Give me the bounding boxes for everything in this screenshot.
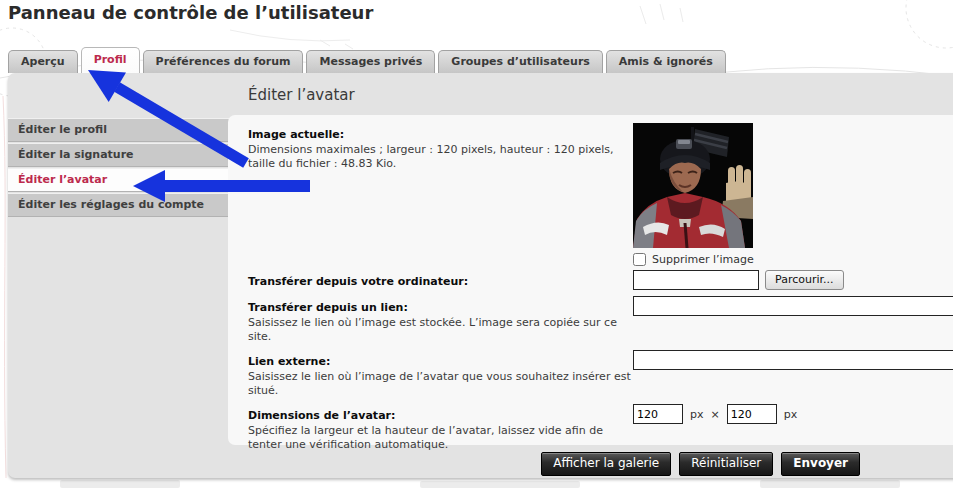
edit-avatar-form: Image actuelle: Dimensions maximales ; l… (228, 115, 953, 445)
dimensions-inputs: px × px (633, 404, 953, 424)
tab-preferences-forum[interactable]: Préférences du forum (143, 50, 304, 73)
panel-title: Éditer l’avatar (248, 86, 355, 104)
current-image-row: Image actuelle: Dimensions maximales ; l… (248, 123, 953, 266)
upload-computer-label: Transférer depuis votre ordinateur: (248, 275, 468, 288)
reset-button[interactable]: Réinitialiser (679, 452, 773, 476)
show-gallery-button[interactable]: Afficher la galerie (541, 452, 671, 476)
browse-button[interactable]: Parcourir... (765, 270, 844, 290)
external-link-row: Lien externe: Saisissez le lien où l’ima… (248, 350, 953, 398)
ucp-tab-bar: Aperçu Profil Préférences du forum Messa… (8, 48, 726, 73)
upload-link-row: Transférer depuis un lien: Saisissez le … (248, 296, 953, 344)
tab-groupes-utilisateurs[interactable]: Groupes d’utilisateurs (438, 50, 603, 73)
external-link-label: Lien externe: (248, 355, 330, 368)
current-image-description: Dimensions maximales ; largeur : 120 pix… (248, 143, 633, 171)
external-link-input[interactable] (633, 350, 953, 370)
tab-profil[interactable]: Profil (81, 47, 140, 73)
sidebar-item-editer-signature[interactable]: Éditer la signature (8, 143, 230, 167)
file-path-input[interactable] (633, 270, 759, 290)
avatar-dimensions-row: Dimensions de l’avatar: Spécifiez la lar… (248, 404, 953, 452)
avatar-height-input[interactable] (727, 404, 777, 424)
upload-link-input[interactable] (633, 296, 953, 316)
upload-link-description: Saisissez le lien où l’image est stockée… (248, 316, 633, 344)
form-actions: Afficher la galerie Réinitialiser Envoye… (0, 452, 953, 476)
sidebar-item-editer-profil[interactable]: Éditer le profil (8, 118, 230, 142)
dimensions-separator: × (711, 408, 720, 421)
height-unit-label: px (784, 408, 798, 421)
avatar-image (633, 123, 753, 248)
current-image-label: Image actuelle: (248, 128, 344, 141)
page-title: Panneau de contrôle de l’utilisateur (8, 2, 373, 23)
external-link-description: Saisissez le lien où l’image de l’avatar… (248, 370, 633, 398)
sidebar-item-editer-reglages[interactable]: Éditer les réglages du compte (8, 193, 230, 217)
upload-computer-row: Transférer depuis votre ordinateur: Parc… (248, 270, 953, 290)
sidebar-item-editer-avatar[interactable]: Éditer l’avatar (8, 168, 230, 192)
width-unit-label: px (690, 408, 704, 421)
delete-image-row: Supprimer l’image (633, 253, 953, 266)
delete-image-label: Supprimer l’image (652, 253, 754, 266)
avatar-width-input[interactable] (633, 404, 683, 424)
avatar-dimensions-description: Spécifiez la largeur et la hauteur de l’… (248, 424, 633, 452)
upload-link-label: Transférer depuis un lien: (248, 301, 408, 314)
avatar-dimensions-label: Dimensions de l’avatar: (248, 409, 395, 422)
delete-image-checkbox[interactable] (633, 253, 646, 266)
tab-apercu[interactable]: Aperçu (8, 50, 78, 73)
ucp-sidebar-menu: Éditer le profil Éditer la signature Édi… (8, 118, 230, 218)
tab-messages-prives[interactable]: Messages privés (306, 50, 435, 73)
file-upload-control: Parcourir... (633, 270, 953, 290)
tab-amis-ignores[interactable]: Amis & ignorés (606, 50, 726, 73)
submit-button[interactable]: Envoyer (781, 452, 860, 476)
